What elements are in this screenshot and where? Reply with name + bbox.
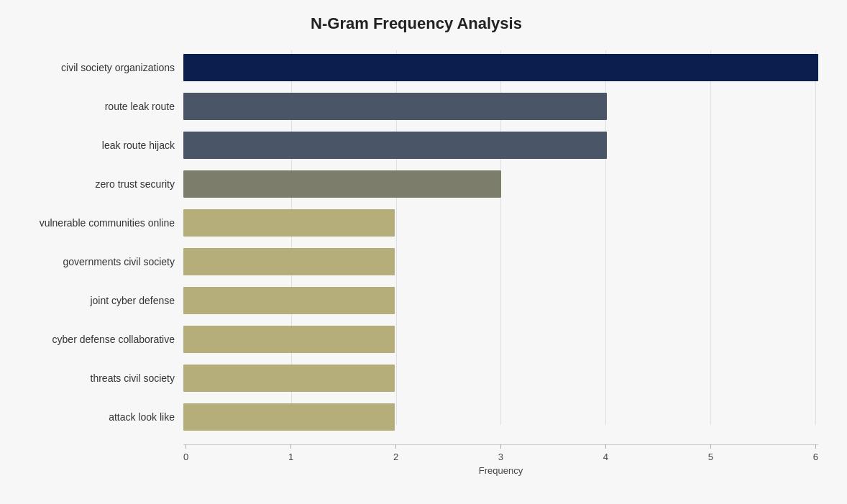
bar-track — [183, 206, 818, 240]
axis-tick-label: 1 — [288, 452, 293, 462]
bar-label: leak route hijack — [14, 139, 183, 151]
bar-row: attack look like — [14, 400, 818, 434]
bars-container: civil society organizationsroute leak ro… — [14, 50, 818, 439]
bar — [183, 170, 501, 198]
bar-row: governments civil society — [14, 244, 818, 279]
bar — [183, 326, 395, 353]
chart-area: civil society organizationsroute leak ro… — [14, 50, 818, 425]
axis-tick-label: 2 — [393, 452, 398, 462]
axis-tick-mark — [710, 444, 711, 449]
bar — [183, 132, 607, 159]
axis-tick-mark — [395, 444, 396, 449]
bar-row: cyber defense collaborative — [14, 322, 818, 357]
bar — [183, 54, 818, 81]
bar-row: leak route hijack — [14, 128, 818, 162]
bar-track — [183, 283, 818, 318]
bar-track — [183, 322, 818, 357]
axis-tick-label: 6 — [813, 452, 818, 462]
bar-label: vulnerable communities online — [14, 217, 183, 229]
bar-track — [183, 244, 818, 279]
axis-tick: 3 — [498, 444, 503, 462]
axis-tick-mark — [815, 444, 816, 449]
bar-label: joint cyber defense — [14, 295, 183, 306]
axis-area: 0123456 — [183, 444, 818, 462]
axis-tick-label: 5 — [708, 452, 713, 462]
bar — [183, 403, 395, 431]
bar-track — [183, 167, 818, 201]
bar — [183, 287, 395, 314]
chart-title: N-Gram Frequency Analysis — [14, 14, 818, 33]
bar-row: threats civil society — [14, 361, 818, 395]
bar-row: zero trust security — [14, 167, 818, 201]
axis-tick-label: 0 — [183, 452, 188, 462]
bar-label: threats civil society — [14, 372, 183, 384]
bar-track — [183, 400, 818, 434]
axis-ticks: 0123456 — [183, 444, 818, 462]
bar-label: governments civil society — [14, 256, 183, 267]
axis-tick: 4 — [603, 444, 608, 462]
bar-label: cyber defense collaborative — [14, 334, 183, 345]
bar — [183, 365, 395, 392]
axis-tick-mark — [605, 444, 606, 449]
axis-tick: 0 — [183, 444, 188, 462]
bar-row: civil society organizations — [14, 50, 818, 85]
bar-label: attack look like — [14, 411, 183, 423]
axis-tick: 1 — [288, 444, 293, 462]
bar-track — [183, 89, 818, 124]
bar — [183, 93, 607, 120]
axis-tick: 2 — [393, 444, 398, 462]
axis-tick-mark — [186, 444, 186, 449]
bar-label: civil society organizations — [14, 62, 183, 73]
bar — [183, 248, 395, 275]
axis-tick-label: 4 — [603, 452, 608, 462]
axis-tick-mark — [500, 444, 501, 449]
bar-track — [183, 128, 818, 162]
bar — [183, 209, 395, 237]
axis-tick-mark — [290, 444, 291, 449]
bar-label: zero trust security — [14, 178, 183, 190]
axis-tick-label: 3 — [498, 452, 503, 462]
chart-container: N-Gram Frequency Analysis civil society … — [0, 0, 847, 504]
bar-track — [183, 50, 818, 85]
axis-tick: 6 — [813, 444, 818, 462]
axis-tick: 5 — [708, 444, 713, 462]
bar-row: route leak route — [14, 89, 818, 124]
bar-row: joint cyber defense — [14, 283, 818, 318]
bar-track — [183, 361, 818, 395]
axis-label: Frequency — [183, 465, 818, 476]
bar-label: route leak route — [14, 101, 183, 112]
bar-row: vulnerable communities online — [14, 206, 818, 240]
